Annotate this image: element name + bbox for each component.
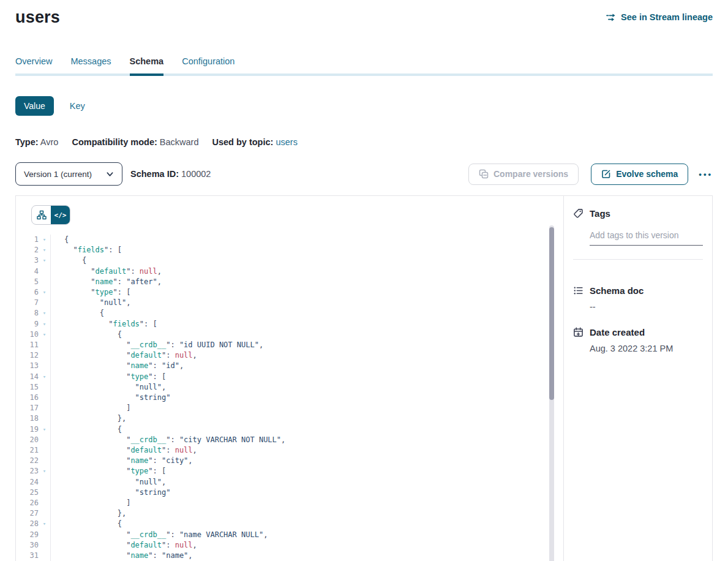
code-view-button[interactable]: </> <box>51 206 70 224</box>
code-line: 26 ] <box>16 498 563 508</box>
fold-toggle-icon[interactable]: ▾ <box>39 372 51 382</box>
stream-lineage-link[interactable]: See in Stream lineage <box>606 12 713 22</box>
gutter-spacer <box>39 456 51 466</box>
gutter-spacer <box>39 266 51 277</box>
gutter-spacer <box>39 298 51 308</box>
fold-toggle-icon[interactable]: ▾ <box>39 519 51 529</box>
line-number: 31 <box>16 551 39 561</box>
gutter-spacer <box>39 488 51 498</box>
code-view-icon: </> <box>54 211 67 219</box>
tab-messages[interactable]: Messages <box>70 56 111 73</box>
gutter-spacer <box>39 540 51 551</box>
code-line: 23▾ "type": [ <box>16 466 563 476</box>
schema-sidebar: Tags Add tags to this version Schema doc <box>564 196 712 561</box>
fold-toggle-icon[interactable]: ▾ <box>39 287 51 298</box>
gutter-spacer <box>39 382 51 393</box>
fold-toggle-icon[interactable]: ▾ <box>39 245 51 255</box>
line-number: 25 <box>16 488 39 498</box>
code-line: 24 "null", <box>16 477 563 488</box>
line-number: 13 <box>16 361 39 371</box>
fold-toggle-icon[interactable]: ▾ <box>39 308 51 318</box>
line-number: 17 <box>16 403 39 413</box>
gutter-spacer <box>39 393 51 403</box>
gutter-spacer <box>39 435 51 445</box>
line-number: 21 <box>16 445 39 456</box>
line-number: 19 <box>16 424 39 435</box>
line-number: 15 <box>16 382 39 393</box>
fold-toggle-icon[interactable]: ▾ <box>39 466 51 476</box>
code-line: 11 "__crdb__": "id UUID NOT NULL", <box>16 340 563 350</box>
compatibility-mode: Compatibility mode: Backward <box>72 137 198 147</box>
gutter-spacer <box>39 277 51 287</box>
version-select[interactable]: Version 1 (current) <box>15 162 122 186</box>
calendar-add-icon <box>573 327 584 337</box>
page-header: users See in Stream lineage <box>15 6 713 28</box>
action-buttons: Compare versions Evolve schema ••• <box>468 164 713 185</box>
evolve-schema-button[interactable]: Evolve schema <box>591 164 688 185</box>
fold-toggle-icon[interactable]: ▾ <box>39 424 51 435</box>
code-line: 12 "default": null, <box>16 350 563 361</box>
line-number: 27 <box>16 508 39 519</box>
schema-doc-header: Schema doc <box>573 285 703 296</box>
line-number: 14 <box>16 372 39 382</box>
line-number: 9 <box>16 319 39 329</box>
code-line: 6▾ "type": [ <box>16 287 563 298</box>
tree-view-button[interactable] <box>32 206 51 224</box>
tabs: OverviewMessagesSchemaConfiguration <box>15 56 713 76</box>
used-by-topic: Used by topic: users <box>212 137 297 147</box>
line-number: 26 <box>16 498 39 508</box>
code-line: 25 "string" <box>16 488 563 498</box>
code-line: 30 "default": null, <box>16 540 563 551</box>
code-line: 28▾ { <box>16 519 563 529</box>
sidebar-divider <box>573 259 703 260</box>
gutter-spacer <box>39 403 51 413</box>
date-created-section: Date created Aug. 3 2022 3:21 PM <box>573 327 703 353</box>
compare-versions-button[interactable]: Compare versions <box>468 164 579 185</box>
gutter-spacer <box>39 498 51 508</box>
line-number: 10 <box>16 329 39 340</box>
code-line: 5 "name": "after", <box>16 277 563 287</box>
code-lines: 1▾{2▾ "fields": [3▾ {4 "default": null,5… <box>16 235 563 561</box>
code-line: 10▾ { <box>16 329 563 340</box>
value-tab-button[interactable]: Value <box>15 96 54 116</box>
schema-page: users See in Stream lineage OverviewMess… <box>0 6 728 561</box>
fold-toggle-icon[interactable]: ▾ <box>39 319 51 329</box>
editor-scrollbar-thumb[interactable] <box>549 227 554 400</box>
line-number: 11 <box>16 340 39 350</box>
chevron-down-icon <box>106 170 114 178</box>
line-number: 18 <box>16 413 39 424</box>
key-tab-button[interactable]: Key <box>70 101 85 111</box>
gutter-spacer <box>39 413 51 424</box>
editor-scrollbar-track[interactable] <box>549 225 554 561</box>
code-line: 16 "string" <box>16 393 563 403</box>
line-number: 5 <box>16 277 39 287</box>
date-created-header: Date created <box>573 327 703 337</box>
overflow-menu-button[interactable]: ••• <box>699 170 713 178</box>
tab-schema[interactable]: Schema <box>130 56 164 76</box>
fold-toggle-icon[interactable]: ▾ <box>39 329 51 340</box>
code-line: 20 "__crdb__": "city VARCHAR NOT NULL", <box>16 435 563 445</box>
line-number: 16 <box>16 393 39 403</box>
tab-overview[interactable]: Overview <box>15 56 52 73</box>
schema-id: Schema ID: 100002 <box>130 169 211 179</box>
line-number: 8 <box>16 308 39 318</box>
line-number: 22 <box>16 456 39 466</box>
fold-toggle-icon[interactable]: ▾ <box>39 255 51 266</box>
date-created-value: Aug. 3 2022 3:21 PM <box>590 344 703 353</box>
code-line: 27 }, <box>16 508 563 519</box>
add-tags-input[interactable]: Add tags to this version <box>590 230 703 246</box>
code-line: 21 "default": null, <box>16 445 563 456</box>
fold-toggle-icon[interactable]: ▾ <box>39 235 51 245</box>
line-number: 3 <box>16 255 39 266</box>
tab-configuration[interactable]: Configuration <box>182 56 235 73</box>
topic-link[interactable]: users <box>276 137 297 147</box>
value-key-toggle: Value Key <box>15 96 713 116</box>
stream-lineage-icon <box>606 13 617 22</box>
gutter-spacer <box>39 477 51 488</box>
code-line: 31 "name": "name", <box>16 551 563 561</box>
code-line: 8▾ { <box>16 308 563 318</box>
code-line: 1▾{ <box>16 235 563 245</box>
line-number: 1 <box>16 235 39 245</box>
line-number: 30 <box>16 540 39 551</box>
code-line: 22 "name": "city", <box>16 456 563 466</box>
